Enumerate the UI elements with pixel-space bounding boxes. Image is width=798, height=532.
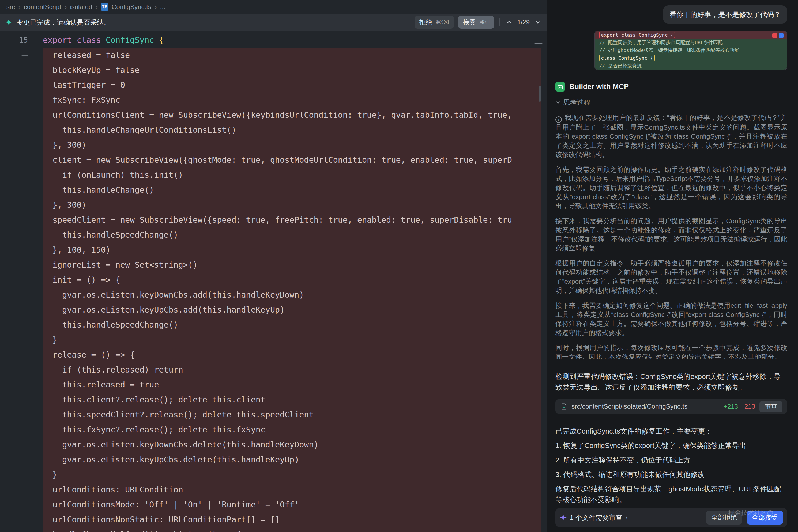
deleted-code-line: } — [43, 467, 541, 482]
chevron-right-icon: › — [626, 514, 628, 522]
user-message-bubble: 看你干的好事，是不是修改了代码？ — [663, 5, 787, 23]
thinking-toggle-label: 思考过程 — [563, 98, 590, 107]
deleted-code-line: this.released = true — [43, 377, 541, 392]
attachment-diff-text: // 配置同步类，用于管理和同步全局配置与URL条件匹配 — [599, 39, 723, 46]
breadcrumb-overflow[interactable]: ... — [160, 3, 166, 11]
deleted-code-line: client = new SubscribeView({ghostMode: t… — [43, 153, 541, 168]
diff-status-message: 变更已完成，请确认是否采纳。 — [17, 18, 110, 27]
deleted-code-line: lastTrigger = 0 — [43, 78, 541, 93]
collapse-handle-icon[interactable] — [535, 43, 542, 44]
deleted-code-line: } — [43, 332, 541, 347]
summary-list: 1. 恢复了ConfigSync类的export关键字，确保类能够正常导出2. … — [555, 436, 787, 480]
accept-label: 接受 — [463, 18, 476, 26]
diff-added-badge-icon: + — [779, 33, 783, 38]
attachment-badges: − + — [772, 33, 783, 38]
attachment-diff-text: export class ConfigSync { — [599, 32, 675, 38]
token-export: export — [43, 35, 77, 45]
deleted-code-block: released = false blockKeyUp = false last… — [43, 48, 541, 532]
review-button[interactable]: 审查 — [759, 401, 782, 412]
deleted-code-line: gvar.os.eListen.keyDownCbs.delete(this.h… — [43, 437, 541, 452]
deleted-code-line: this.fxSync?.release(); delete this.fxSy… — [43, 422, 541, 437]
deleted-code-line: this.handleChangeUrlConditionsList() — [43, 122, 541, 137]
review-footer-bar: 1 个文件需要审查 › 全部拒绝 全部接受 — [555, 508, 787, 527]
agent-header: Builder with MCP — [555, 82, 787, 92]
deleted-code-line: gvar.os.eListen.keyDownCbs.add(this.hand… — [43, 287, 541, 302]
sparkle-icon — [5, 19, 12, 26]
accept-button[interactable]: 接受 ⌘⏎ — [458, 16, 494, 28]
deleted-code-line: release = () => { — [43, 347, 541, 362]
summary-outro: 修复后代码结构符合项目导出规范，ghostMode状态管理、URL条件匹配等核心… — [555, 483, 787, 505]
deleted-code-line: urlConditionsMode: 'Off' | 'On' | 'Runti… — [43, 497, 541, 512]
attachment-diff-line: class ConfigSync { — [595, 54, 787, 62]
chevron-down-icon — [535, 20, 540, 25]
breadcrumb-item-file[interactable]: ConfigSync.ts — [112, 3, 151, 11]
deleted-code-line: this.handleSpeedChange() — [43, 317, 541, 332]
breadcrumb-item-isolated[interactable]: isolated — [70, 3, 92, 11]
diff-action-bar: 变更已完成，请确认是否采纳。 拒绝 ⌘⌫ 接受 ⌘⏎ 1/29 — [0, 14, 547, 31]
divider — [499, 18, 500, 26]
chevron-up-icon — [506, 20, 512, 25]
builder-agent-icon — [555, 82, 565, 92]
reject-label: 拒绝 — [419, 18, 432, 26]
attached-screenshot[interactable]: export class ConfigSync { // 配置同步类，用于管理和… — [594, 31, 787, 70]
deleted-code-line: this.speedClient?.release(); delete this… — [43, 407, 541, 422]
attachment-diff-lines: export class ConfigSync { // 配置同步类，用于管理和… — [595, 31, 787, 70]
breadcrumb-item-contentscript[interactable]: contentScript — [24, 3, 61, 11]
deleted-code-line: urlConditionsClient = new SubscribeView(… — [43, 108, 541, 122]
typescript-file-icon: TS — [101, 3, 109, 11]
deleted-code-line: blockKeyUp = false — [43, 63, 541, 78]
info-icon: i — [555, 116, 562, 123]
deleted-code-line: speedClient = new SubscribeView({speed: … — [43, 212, 541, 227]
breadcrumb-item-src[interactable]: src — [6, 3, 15, 11]
chevron-right-icon: › — [154, 3, 157, 11]
attachment-diff-text: // 是否已释放资源 — [599, 63, 642, 69]
deleted-code-line: gvar.os.eListen.keyUpCbs.add(this.handle… — [43, 302, 541, 317]
breadcrumb: src › contentScript › isolated › TS Conf… — [0, 0, 547, 14]
deleted-region-fold-icon[interactable] — [21, 55, 29, 56]
attachment-diff-text: // 处理ghostMode状态、键盘快捷键、URL条件匹配等核心功能 — [599, 47, 739, 54]
sparkle-icon — [560, 514, 567, 521]
reject-button[interactable]: 拒绝 ⌘⌫ — [414, 16, 454, 28]
thinking-text: 我现在需要处理用户的最新反馈：“看你干的好事，是不是修改了代码？”并且用户附上了… — [555, 114, 787, 158]
thinking-paragraphs: 首先，我需要回顾之前的操作历史。助手之前确实在添加注释时修改了代码格式，比如添加… — [555, 165, 787, 359]
attachment-diff-line: export class ConfigSync { — [595, 31, 787, 39]
prev-change-button[interactable] — [505, 18, 513, 26]
deleted-code-line: if (onLaunch) this.init() — [43, 168, 541, 183]
deleted-code-line: fxSync: FxSync — [43, 93, 541, 108]
footer-actions: 全部拒绝 全部接受 — [706, 511, 783, 525]
deleted-code-line: released = false — [43, 48, 541, 63]
scrollbar-thumb[interactable] — [539, 86, 541, 102]
token-classname: ConfigSync — [106, 35, 159, 45]
deleted-code-line: }, 300) — [43, 137, 541, 153]
code-editor[interactable]: 15 export class ConfigSync { released = … — [0, 31, 547, 532]
next-change-button[interactable] — [534, 18, 541, 26]
thinking-paragraph: i我现在需要处理用户的最新反馈：“看你干的好事，是不是修改了代码？”并且用户附上… — [555, 113, 787, 159]
chevron-right-icon: › — [18, 3, 21, 11]
deleted-code-line: this.handleChange() — [43, 183, 541, 197]
deletions-count: -213 — [742, 403, 755, 410]
code-line-active: 15 export class ConfigSync { — [0, 33, 547, 48]
thinking-paragraph: 根据用户的自定义指令，助手必须严格遵循用户的要求，仅添加注释不修改任何代码功能或… — [555, 259, 787, 295]
thinking-paragraph: 接下来，我需要确定如何修复这个问题。正确的做法是使用edit_file_fast… — [555, 301, 787, 338]
deleted-code-line: this.handleSpeedChange() — [43, 227, 541, 243]
accept-all-button[interactable]: 全部接受 — [747, 511, 783, 525]
file-diff-icon — [560, 403, 567, 410]
deleted-code-line: handleChangeUrlConditionsList = () => { — [43, 527, 541, 532]
attachment-diff-line: // 配置同步类，用于管理和同步全局配置与URL条件匹配 — [595, 39, 787, 46]
files-review-label[interactable]: 1 个文件需要审查 — [570, 513, 622, 522]
reject-all-button[interactable]: 全部拒绝 — [706, 511, 742, 525]
file-path: src/contentScript/isolated/ConfigSync.ts — [572, 403, 719, 410]
deleted-code-line: init = () => { — [43, 272, 541, 287]
summary-item: 1. 恢复了ConfigSync类的export关键字，确保类能够正常导出 — [555, 440, 787, 451]
diff-removed-badge-icon: − — [772, 33, 777, 38]
chevron-down-icon — [555, 100, 561, 105]
assistant-panel: 看你干的好事，是不是修改了代码？ export class ConfigSync… — [547, 0, 798, 532]
edited-file-card[interactable]: src/contentScript/isolated/ConfigSync.ts… — [555, 399, 787, 414]
deleted-code-line: if (this.released) return — [43, 362, 541, 377]
thinking-toggle[interactable]: 思考过程 — [555, 98, 590, 107]
additions-count: +213 — [724, 403, 738, 410]
attachment-diff-line: // 处理ghostMode状态、键盘快捷键、URL条件匹配等核心功能 — [595, 46, 787, 54]
deleted-code-line: urlConditions: URLCondition — [43, 482, 541, 497]
summary-item: 2. 所有中文注释保持不变，仍位于代码上方 — [555, 455, 787, 466]
editor-pane: src › contentScript › isolated › TS Conf… — [0, 0, 547, 532]
